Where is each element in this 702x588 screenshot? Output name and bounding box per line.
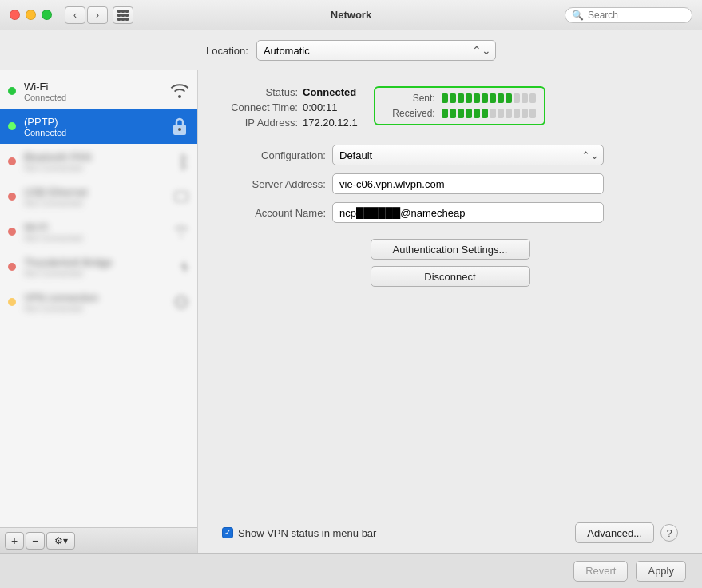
status-row: Status: Connected <box>222 86 358 98</box>
grid-icon <box>117 10 129 21</box>
sidebar-item-vpn2[interactable]: VPN connection Not Connected <box>0 284 197 320</box>
item-text-wifi: Wi-Fi Connected <box>24 81 162 102</box>
sidebar-item-bluetooth[interactable]: Bluetooth PAN Not Connected <box>0 144 197 179</box>
wifi-name: Wi-Fi <box>24 81 162 93</box>
bar-block <box>458 109 464 118</box>
checkmark-icon: ✓ <box>224 529 231 537</box>
bar-block <box>514 93 520 103</box>
revert-button[interactable]: Revert <box>573 561 628 582</box>
usb-name: USB Ethernet <box>24 186 165 198</box>
sent-row: Sent: <box>383 93 536 104</box>
auth-settings-button[interactable]: Authentication Settings... <box>371 239 530 260</box>
traffic-lights <box>10 10 52 20</box>
ip-label: IP Address: <box>222 117 298 129</box>
bar-block <box>482 109 488 118</box>
traffic-box: Sent: Received: <box>374 86 545 125</box>
svg-rect-3 <box>175 192 188 201</box>
remove-network-button[interactable]: − <box>26 532 45 550</box>
bar-block <box>529 93 536 103</box>
sidebar-item-wifi2[interactable]: Wi-Fi Not Connected <box>0 214 197 249</box>
bar-block <box>474 93 480 103</box>
sent-bar <box>442 93 536 103</box>
help-button[interactable]: ? <box>660 524 678 542</box>
config-label: Configuration: <box>222 149 326 161</box>
action-buttons: Authentication Settings... Disconnect <box>222 239 678 287</box>
search-input[interactable] <box>588 10 685 21</box>
connect-time-value: 0:00:11 <box>303 101 337 113</box>
account-name-input[interactable] <box>332 202 604 223</box>
back-button[interactable]: ‹ <box>65 6 85 24</box>
thunderbolt-status: Not Connected <box>24 268 172 278</box>
advanced-button[interactable]: Advanced... <box>575 522 654 543</box>
apply-button[interactable]: Apply <box>636 561 686 582</box>
server-address-input[interactable] <box>332 173 604 194</box>
nav-buttons: ‹ › <box>65 6 108 24</box>
location-bar: Location: Automatic Home Work Travel ⌃⌄ <box>0 30 702 70</box>
bar-block <box>506 93 512 103</box>
vpn2-name: VPN connection <box>24 292 165 304</box>
server-address-row: Server Address: <box>222 173 678 194</box>
settings-button[interactable]: ⚙▾ <box>46 532 75 550</box>
status-info: Status: Connected Connect Time: 0:00:11 … <box>222 86 358 129</box>
main-content: Location: Automatic Home Work Travel ⌃⌄ … <box>0 30 702 588</box>
close-button[interactable] <box>10 10 20 20</box>
bluetooth-icon <box>175 153 189 170</box>
forward-button[interactable]: › <box>87 6 108 24</box>
bar-block <box>474 109 480 118</box>
status-dot-pptp <box>8 122 16 130</box>
bar-block <box>442 109 448 118</box>
bar-block <box>466 109 472 118</box>
status-dot-wifi2 <box>8 228 16 236</box>
status-dot-wifi <box>8 87 16 95</box>
location-label: Location: <box>206 45 248 57</box>
item-text-thunderbolt: Thunderbolt Bridge Not Connected <box>24 256 172 278</box>
usb-icon <box>173 189 189 205</box>
received-label: Received: <box>383 108 435 119</box>
status-section: Status: Connected Connect Time: 0:00:11 … <box>222 86 678 129</box>
body-area: Wi-Fi Connected (PPTP) <box>0 70 702 553</box>
sidebar-item-pptp[interactable]: (PPTP) Connected <box>0 109 197 144</box>
bar-block <box>522 109 528 118</box>
bar-block <box>466 93 472 103</box>
bar-block <box>529 109 536 118</box>
account-name-label: Account Name: <box>222 207 326 219</box>
thunderbolt-name: Thunderbolt Bridge <box>24 256 172 268</box>
disconnect-button[interactable]: Disconnect <box>371 266 530 287</box>
location-select-wrapper: Automatic Home Work Travel ⌃⌄ <box>256 40 496 61</box>
connect-time-label: Connect Time: <box>222 101 298 113</box>
show-vpn-checkbox[interactable]: ✓ <box>222 527 233 538</box>
ip-value: 172.20.12.1 <box>303 117 358 129</box>
bluetooth-name: Bluetooth PAN <box>24 151 167 163</box>
bar-block <box>498 109 504 118</box>
received-row: Received: <box>383 108 536 119</box>
config-select-wrapper: Default Custom ⌃⌄ <box>332 145 604 165</box>
status-dot-bluetooth <box>8 157 16 165</box>
sidebar-item-usb[interactable]: USB Ethernet Not Connected <box>0 179 197 214</box>
wifi2-icon <box>173 225 189 238</box>
maximize-button[interactable] <box>42 10 52 20</box>
minimize-button[interactable] <box>26 10 36 20</box>
apps-button[interactable] <box>113 6 133 24</box>
sidebar-item-thunderbolt[interactable]: Thunderbolt Bridge Not Connected <box>0 249 197 284</box>
add-network-button[interactable]: + <box>5 532 24 550</box>
config-select[interactable]: Default Custom <box>332 145 604 165</box>
account-name-row: Account Name: <box>222 202 678 223</box>
status-value: Connected <box>303 86 356 98</box>
gear-caret-icon: ⚙▾ <box>54 535 68 546</box>
bar-block <box>482 93 488 103</box>
right-buttons: Advanced... ? <box>575 522 678 543</box>
search-icon: 🔍 <box>572 10 584 21</box>
search-box: 🔍 <box>565 7 692 23</box>
bar-block <box>522 93 528 103</box>
location-select[interactable]: Automatic Home Work Travel <box>256 40 496 61</box>
bar-block <box>506 109 512 118</box>
bluetooth-status: Not Connected <box>24 163 167 173</box>
sidebar-item-wifi[interactable]: Wi-Fi Connected <box>0 74 197 109</box>
window-title: Network <box>331 9 371 21</box>
sidebar: Wi-Fi Connected (PPTP) <box>0 70 198 553</box>
show-vpn-checkbox-area: ✓ Show VPN status in menu bar <box>222 527 376 539</box>
footer: Revert Apply <box>0 553 702 588</box>
status-dot-usb <box>8 193 16 201</box>
titlebar: ‹ › Network 🔍 <box>0 0 702 30</box>
lock-icon <box>170 117 189 136</box>
